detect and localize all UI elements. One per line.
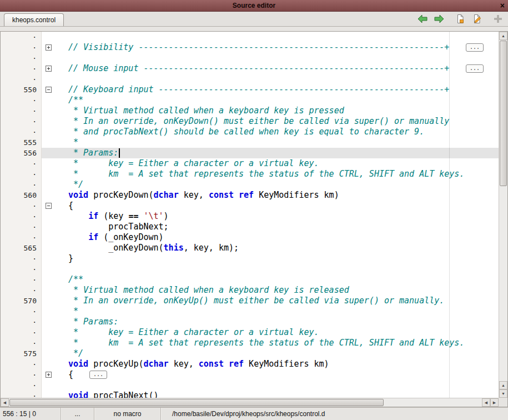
fold-margin: [42, 53, 56, 63]
code-text: *: [56, 306, 499, 317]
folded-region-box[interactable]: ...: [89, 371, 107, 379]
scroll-down-button[interactable]: ▼: [499, 389, 507, 398]
line-number: 570: [1, 296, 42, 306]
code-line[interactable]: · * key = Either a character or a virtua…: [1, 327, 499, 338]
code-line[interactable]: ·// Visibility -------------------------…: [1, 42, 499, 53]
folded-region-box[interactable]: ...: [466, 64, 484, 73]
code-line[interactable]: 555 *: [1, 137, 499, 148]
code-line[interactable]: ·: [1, 380, 499, 391]
code-text: [56, 380, 499, 391]
scroll-up-button-secondary[interactable]: ▲: [499, 381, 507, 389]
code-line[interactable]: ·void procTabNext(): [1, 391, 499, 398]
code-text: * In an override, onKeyUp() must either …: [56, 296, 499, 306]
fold-toggle-icon[interactable]: [46, 372, 52, 378]
code-text: _onKeyDown(this, key, km);: [56, 243, 499, 253]
back-button[interactable]: [417, 13, 428, 24]
close-icon[interactable]: ×: [500, 0, 505, 11]
code-line[interactable]: ·// Mouse input ------------------------…: [1, 63, 499, 74]
text-caret: [119, 148, 120, 158]
code-line[interactable]: ·: [1, 53, 499, 63]
code-text: void procKeyDown(dchar key, const ref Ke…: [56, 190, 499, 201]
code-line[interactable]: ·/**: [1, 95, 499, 106]
code-line[interactable]: · * Virtual method called when a keyboar…: [1, 285, 499, 296]
code-line[interactable]: ·: [1, 32, 499, 42]
code-line[interactable]: 550// Keyboard input -------------------…: [1, 84, 499, 95]
fold-toggle-icon[interactable]: [46, 44, 52, 51]
fold-toggle-icon[interactable]: [46, 203, 52, 209]
save-as-button[interactable]: [471, 13, 482, 24]
editor-frame: ··// Visibility ------------------------…: [0, 31, 508, 407]
code-text: [56, 74, 499, 84]
code-line[interactable]: ·}: [1, 253, 499, 264]
code-line[interactable]: · procTabNext;: [1, 222, 499, 232]
code-line[interactable]: 560void procKeyDown(dchar key, const ref…: [1, 190, 499, 201]
code-line[interactable]: · * key = Either a character or a virtua…: [1, 158, 499, 169]
line-number: ·: [1, 232, 42, 243]
code-line[interactable]: · if (_onKeyDown): [1, 232, 499, 243]
code-text: void procKeyUp(dchar key, const ref KeyM…: [56, 359, 499, 369]
source-editor-window: Source editor × kheops.control: [0, 0, 508, 420]
code-text: // Keyboard input ----------------------…: [56, 84, 499, 95]
code-text: * Virtual method called when a keyboard …: [56, 106, 499, 116]
tab-label: kheops.control: [12, 16, 56, 24]
code-line[interactable]: · * km = A set that represents the statu…: [1, 338, 499, 348]
folded-region-box[interactable]: ...: [466, 43, 484, 52]
line-number: ·: [1, 32, 42, 42]
vertical-scrollbar-thumb[interactable]: [500, 41, 507, 186]
fold-margin: [42, 285, 56, 296]
code-line[interactable]: ·/**: [1, 274, 499, 285]
line-number: 560: [1, 190, 42, 201]
code-line[interactable]: ·void procKeyUp(dchar key, const ref Key…: [1, 359, 499, 369]
fold-margin: [42, 369, 56, 380]
forward-button[interactable]: [434, 13, 445, 24]
fold-margin: [42, 338, 56, 348]
green-arrow-right-icon: [434, 14, 445, 24]
titlebar[interactable]: Source editor ×: [0, 0, 508, 12]
scroll-left-button[interactable]: ◀: [1, 398, 9, 407]
save-button[interactable]: [455, 13, 466, 24]
code-line[interactable]: ·: [1, 264, 499, 274]
fold-margin: [42, 243, 56, 253]
document-orange-pen-icon: [472, 14, 482, 24]
fold-toggle-icon[interactable]: [46, 87, 52, 93]
vertical-scrollbar[interactable]: ▲ ▲ ▼: [499, 32, 507, 398]
code-line[interactable]: · * Virtual method called when a keyboar…: [1, 106, 499, 116]
code-line[interactable]: · if (key == '\t'): [1, 211, 499, 222]
code-text: // Mouse input -------------------------…: [56, 63, 499, 74]
fold-toggle-icon[interactable]: [46, 66, 52, 72]
code-line[interactable]: ·{...: [1, 369, 499, 380]
code-line[interactable]: · */: [1, 179, 499, 190]
code-line[interactable]: · * Params:: [1, 317, 499, 327]
line-number: 565: [1, 243, 42, 253]
code-line[interactable]: · * In an override, onKeyDown() must eit…: [1, 116, 499, 127]
code-line[interactable]: · * km = A set that represents the statu…: [1, 169, 499, 179]
line-number: ·: [1, 253, 42, 264]
code-line[interactable]: 556 * Params:: [1, 148, 499, 158]
gray-plus-icon: [494, 14, 502, 23]
line-number: ·: [1, 169, 42, 179]
scroll-left-button-secondary[interactable]: ◀: [482, 398, 490, 407]
scroll-right-button[interactable]: ▶: [490, 398, 499, 407]
fold-margin: [42, 306, 56, 317]
horizontal-scrollbar-thumb[interactable]: [9, 399, 384, 406]
code-text: /**: [56, 95, 499, 106]
line-number: ·: [1, 116, 42, 127]
code-line[interactable]: 565 _onKeyDown(this, key, km);: [1, 243, 499, 253]
code-line[interactable]: 570 * In an override, onKeyUp() must eit…: [1, 296, 499, 306]
green-arrow-left-icon: [417, 14, 428, 24]
tab-kheops-control[interactable]: kheops.control: [4, 13, 64, 26]
line-number: ·: [1, 106, 42, 116]
scroll-up-button[interactable]: ▲: [499, 32, 507, 40]
code-line[interactable]: · *: [1, 306, 499, 317]
fold-margin: [42, 201, 56, 211]
line-number: 550: [1, 84, 42, 95]
fold-margin: [42, 296, 56, 306]
code-line[interactable]: ·: [1, 74, 499, 84]
code-viewport[interactable]: ··// Visibility ------------------------…: [1, 32, 499, 398]
code-line[interactable]: · * and procTabNext() should be called w…: [1, 127, 499, 137]
detach-button[interactable]: [492, 13, 504, 24]
code-line[interactable]: ·{: [1, 201, 499, 211]
line-number: ·: [1, 359, 42, 369]
code-line[interactable]: 575 */: [1, 348, 499, 359]
horizontal-scrollbar[interactable]: ◀ ◀ ▶: [1, 398, 499, 407]
